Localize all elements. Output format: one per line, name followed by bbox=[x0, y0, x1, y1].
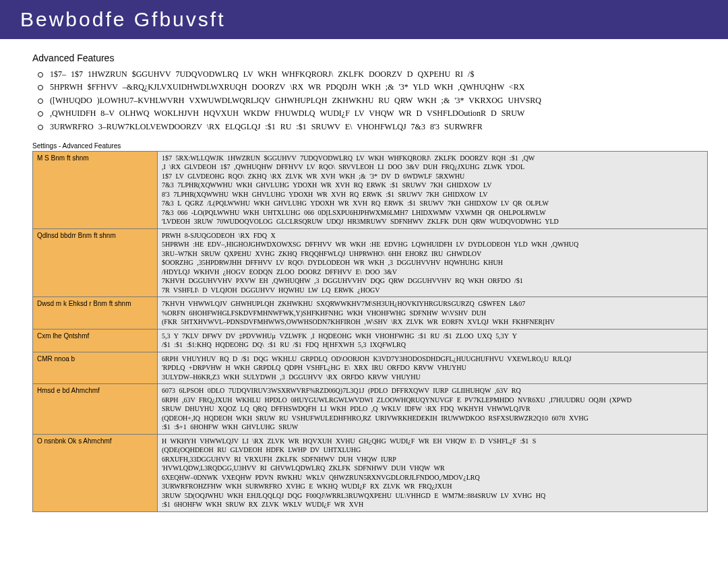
table-row: Cxm lhe Qntshmf 5,3 Y 7KLV DFWV DV ‡PDVW… bbox=[33, 329, 708, 352]
row-label: Dwsd m k Ehksd r Bnm ft shnm bbox=[33, 297, 158, 330]
row-value: 1$7 5RX:WLLQWJK 1HWZRUN $GGUHVV 7UDQVODW… bbox=[158, 151, 708, 228]
row-value: H WKHYH VHWWLQJV LI \RX ZLVK WR HQVXUH X… bbox=[158, 434, 708, 511]
row-label: Hmsd e bd Ahmchmf bbox=[33, 384, 158, 435]
row-value: PRWH 8-SJUQGODEOH \RX FDQ X 5HPRWH :HE E… bbox=[158, 228, 708, 297]
bullet-item: 3URWRFRO 3–RUW7KLOLVEWDOORZV \RX ELQGLQJ… bbox=[38, 121, 708, 133]
feature-bullets: 1$7– 1$7 1HWZRUN $GGUHVV 7UDQVODWLRQ LV … bbox=[32, 69, 708, 133]
bullet-item: ,QWHUIDFH 8–V OLHWQ WOKLHJVH HQVXUH WKDW… bbox=[38, 108, 708, 119]
table-row: Dwsd m k Ehksd r Bnm ft shnm 7KHVH VHWWL… bbox=[33, 297, 708, 330]
table-row: Hmsd e bd Ahmchmf 6073 6LPSOH 0DLO 7UDQV… bbox=[33, 384, 708, 435]
header-title: Bewbodfe Gfbuvsft bbox=[20, 8, 225, 30]
table-row: Qdlnsd bbdrr Bnm ft shnm PRWH 8-SJUQGODE… bbox=[33, 228, 708, 297]
row-label: Cxm lhe Qntshmf bbox=[33, 329, 158, 352]
row-value: 6073 6LPSOH 0DLO 7UDQVIRUV3WSXRWVRF%RZD0… bbox=[158, 384, 708, 435]
table-row: M S Bnm ft shnm 1$7 5RX:WLLQWJK 1HWZRUN … bbox=[33, 151, 708, 228]
settings-table: M S Bnm ft shnm 1$7 5RX:WLLQWJK 1HWZRUN … bbox=[32, 151, 708, 512]
table-row: O nsnbnk Ok s Ahmchmf H WKHYH VHWWLQJV L… bbox=[33, 434, 708, 511]
row-label: M S Bnm ft shnm bbox=[33, 151, 158, 228]
section-title: Advanced Features bbox=[32, 53, 708, 63]
row-label: Qdlnsd bbdrr Bnm ft shnm bbox=[33, 228, 158, 297]
table-caption: Settings - Advanced Features bbox=[32, 142, 708, 150]
row-value: 5,3 Y 7KLV DFWV DV ‡PDVWHUµ VZLWFK ,I HQ… bbox=[158, 329, 708, 352]
bullet-item: ([WHUQDO )LOWHU7–KVHLWVRH VXWUWDLWQRLJQV… bbox=[38, 95, 708, 106]
row-label: O nsnbnk Ok s Ahmchmf bbox=[33, 434, 158, 511]
row-value: 7KHVH VHWWLQJV GHWHUPLQH ZKHWKHU SXQRWWK… bbox=[158, 297, 708, 330]
row-value: 6RPH VHUYHUV RQ D /$1 DQG WKHLU GRPDLQ O… bbox=[158, 352, 708, 384]
table-row: CMR nnoa b 6RPH VHUYHUV RQ D /$1 DQG WKH… bbox=[33, 352, 708, 384]
page-header: Bewbodfe Gfbuvsft bbox=[0, 0, 728, 39]
bullet-item: 5HPRWH $FFHVV –&RQ¿KJLVXUIDHWDLWXRUQH DO… bbox=[38, 82, 708, 93]
row-label: CMR nnoa b bbox=[33, 352, 158, 384]
bullet-item: 1$7– 1$7 1HWZRUN $GGUHVV 7UDQVODWLRQ LV … bbox=[38, 69, 708, 80]
content-area: Advanced Features 1$7– 1$7 1HWZRUN $GGUH… bbox=[0, 39, 728, 519]
